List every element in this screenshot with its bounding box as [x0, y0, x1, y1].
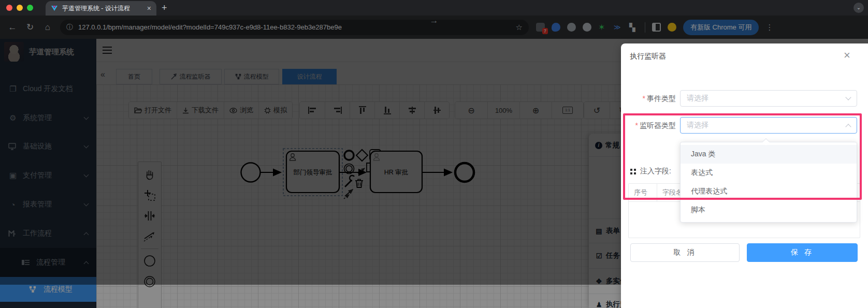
tab-close-icon[interactable]: ×	[147, 4, 151, 12]
required-asterisk: *	[635, 121, 638, 129]
window-controls[interactable]	[6, 5, 33, 11]
browser-tabstrip: 芋道管理系统 - 设计流程 × + ⌄	[0, 0, 868, 16]
select-placeholder: 请选择	[687, 121, 846, 130]
close-window-icon[interactable]	[6, 5, 12, 11]
grid-handle-icon[interactable]	[630, 169, 636, 174]
cancel-button[interactable]: 取 消	[630, 243, 740, 262]
app: 芋道管理系统 ❐ Cloud 开发文档 ⚙ 系统管理 基础设施 ▣ 支付管理	[0, 39, 868, 308]
execution-listener-dialog: 执行监听器 × *事件类型 请选择 *监听器类型 请选择 注入字段:	[621, 43, 868, 308]
tab-search-icon[interactable]: ⌄	[853, 3, 864, 13]
select-placeholder: 请选择	[687, 94, 846, 103]
option-java-class[interactable]: Java 类	[681, 145, 857, 164]
dialog-close-icon[interactable]: ×	[844, 50, 850, 61]
maximize-window-icon[interactable]	[27, 5, 33, 11]
chevron-down-icon	[845, 94, 851, 100]
table-header-index: 序号	[629, 184, 657, 201]
chevron-up-icon	[845, 124, 851, 129]
inject-fields-label: 注入字段:	[640, 167, 671, 176]
inject-fields-row: 注入字段:	[630, 167, 671, 176]
minimize-window-icon[interactable]	[17, 5, 23, 11]
browser-toolbar: ← → ↻ ⌂ ⓘ 127.0.0.1/bpm/manager/model/ed…	[0, 16, 868, 39]
event-type-select[interactable]: 请选择	[680, 90, 857, 107]
screen: 芋道管理系统 - 设计流程 × + ⌄ ← → ↻ ⌂ ⓘ 127.0.0.1/…	[0, 0, 868, 308]
event-type-label: *事件类型	[621, 90, 676, 107]
option-delegate-expression[interactable]: 代理表达式	[681, 182, 857, 201]
save-button[interactable]: 保 存	[747, 243, 858, 262]
new-tab-button[interactable]: +	[162, 2, 167, 13]
listener-type-label: *监听器类型	[621, 117, 676, 134]
option-expression[interactable]: 表达式	[681, 164, 857, 182]
browser-tab[interactable]: 芋道管理系统 - 设计流程 ×	[46, 1, 156, 16]
dialog-title: 执行监听器	[630, 52, 666, 61]
favicon	[51, 5, 58, 12]
listener-type-select[interactable]: 请选择	[680, 117, 857, 134]
listener-type-dropdown: Java 类 表达式 代理表达式 脚本	[680, 142, 857, 223]
required-asterisk: *	[643, 94, 645, 102]
option-script[interactable]: 脚本	[681, 201, 857, 219]
tab-title: 芋道管理系统 - 设计流程	[62, 4, 143, 13]
dropdown-caret	[762, 138, 770, 145]
